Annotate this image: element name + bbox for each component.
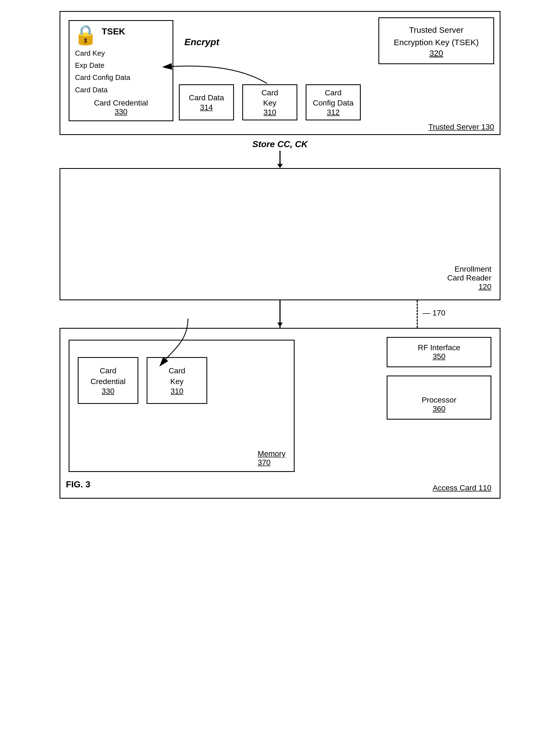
memory-cc-number: 330 — [102, 387, 115, 395]
card-config-box: CardConfig Data 312 — [306, 84, 361, 120]
trusted-server-label: Trusted Server 130 — [428, 123, 494, 131]
tsek-title: Trusted ServerEncryption Key (TSEK) — [386, 24, 486, 49]
card-credential-number: 330 — [74, 107, 168, 116]
memory-card-key-box: CardKey 310 — [147, 357, 207, 404]
svg-marker-1 — [277, 164, 283, 168]
card-config-title: CardConfig Data — [313, 88, 354, 108]
processor-box: Processor 360 — [387, 375, 491, 419]
field-card-data: Card Data — [75, 84, 168, 96]
fig-label: FIG. 3 — [66, 479, 90, 489]
enrollment-number: 120 — [478, 283, 491, 291]
access-card-box: CardCredential 330 CardKey 310 Memory 37… — [60, 328, 500, 499]
enrollment-card-reader-box: EnrollmentCard Reader120 — [60, 168, 500, 300]
memory-label: Memory 370 — [258, 449, 286, 467]
card-key-box: CardKey 310 — [242, 84, 297, 120]
card-credential-title: Card Credential — [74, 99, 168, 107]
memory-cc-title: CardCredential — [90, 365, 126, 387]
field-card-config: Card Config Data — [75, 71, 168, 84]
memory-number: 370 — [258, 458, 271, 467]
access-card-text: Access Card — [433, 483, 479, 492]
right-components: RF Interface 350 Processor 360 — [387, 337, 491, 419]
access-card-label: Access Card 110 — [433, 483, 491, 492]
memory-text: Memory — [258, 449, 286, 458]
down-arrow-1 — [277, 164, 283, 168]
card-config-number: 312 — [327, 108, 340, 117]
processor-number: 360 — [433, 404, 446, 413]
data-boxes-row: Card Data 314 CardKey 310 CardConfig Dat… — [179, 84, 361, 120]
lock-icon: 🔒 — [74, 25, 98, 44]
memory-inner-boxes: CardCredential 330 CardKey 310 — [78, 357, 286, 404]
card-key-title: CardKey — [262, 88, 278, 108]
trusted-server-box: 🔒 TSEK Card Key Exp Date Card Config Dat… — [60, 11, 500, 135]
tsek-badge: TSEK — [102, 26, 125, 37]
memory-ck-number: 310 — [171, 387, 184, 395]
store-cc-label: Store CC, CK — [252, 139, 308, 149]
tsek-number: 320 — [386, 49, 486, 58]
card-key-number: 310 — [263, 108, 276, 117]
memory-card-credential-box: CardCredential 330 — [78, 357, 138, 404]
access-card-number: 110 — [478, 483, 491, 492]
memory-ck-title: CardKey — [169, 365, 185, 387]
card-credential-outer-box: 🔒 TSEK Card Key Exp Date Card Config Dat… — [69, 20, 173, 121]
rf-interface-number: 350 — [394, 352, 484, 361]
card-data-box: Card Data 314 — [179, 84, 234, 120]
trusted-server-number: 130 — [481, 123, 494, 131]
down-arrow-2 — [277, 323, 283, 327]
enrollment-label: EnrollmentCard Reader120 — [447, 265, 491, 291]
trusted-server-text: Trusted Server — [428, 123, 481, 131]
processor-title: Processor — [422, 395, 456, 404]
encrypt-label: Encrypt — [184, 37, 219, 47]
card-data-number: 314 — [200, 103, 213, 112]
card-credential-fields: Card Key Exp Date Card Config Data Card … — [75, 47, 168, 96]
svg-marker-2 — [277, 323, 283, 327]
field-exp-date: Exp Date — [75, 59, 168, 71]
ref-170-label: — 170 — [422, 309, 445, 318]
field-card-key: Card Key — [75, 47, 168, 59]
memory-box: CardCredential 330 CardKey 310 Memory 37… — [69, 340, 295, 472]
rf-interface-box: RF Interface 350 — [387, 337, 491, 367]
tsek-box: Trusted ServerEncryption Key (TSEK) 320 — [378, 17, 494, 64]
card-data-title: Card Data — [189, 93, 224, 103]
rf-interface-title: RF Interface — [394, 343, 484, 352]
